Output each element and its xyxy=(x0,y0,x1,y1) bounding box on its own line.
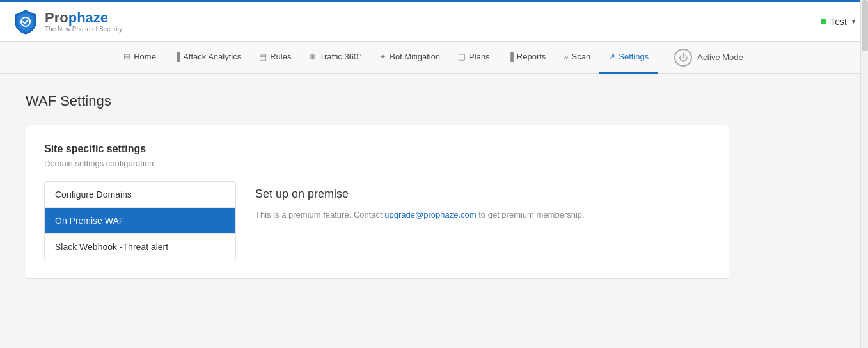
active-mode-button[interactable]: ⏻ Active Mode xyxy=(664,45,754,70)
logo-tagline: The New Phase of Security xyxy=(45,26,122,33)
plans-icon: ▢ xyxy=(458,52,466,61)
logo-area: Prophaze The New Phase of Security xyxy=(13,9,122,35)
nav-reports-label: Reports xyxy=(517,52,546,61)
nav-bot-mitigation-label: Bot Mitigation xyxy=(390,52,440,61)
nav-reports[interactable]: ▐ Reports xyxy=(499,42,555,74)
settings-icon: ↗ xyxy=(608,52,615,61)
nav-settings-label: Settings xyxy=(619,52,649,61)
menu-on-premise-waf[interactable]: On Premise WAF xyxy=(45,208,235,234)
nav-bar: ⊞ Home ▐ Attack Analytics ▤ Rules ⊕ Traf… xyxy=(0,42,868,74)
bot-mitigation-icon: ✦ xyxy=(379,52,386,61)
content-desc: This is a premium feature. Contact upgra… xyxy=(255,209,711,222)
nav-scan-label: Scan xyxy=(572,52,591,61)
logo-text: Prophaze The New Phase of Security xyxy=(45,10,122,33)
logo-pro: Pro xyxy=(45,10,68,26)
nav-traffic360-label: Traffic 360° xyxy=(319,52,361,61)
logo-icon xyxy=(13,9,38,35)
scrollbar-thumb[interactable] xyxy=(862,0,868,51)
nav-home-label: Home xyxy=(134,52,156,61)
user-name: Test xyxy=(830,17,847,27)
power-icon: ⏻ xyxy=(674,49,692,67)
rules-icon: ▤ xyxy=(259,52,267,61)
slack-webhook-label: Slack Webhook -Threat alert xyxy=(55,242,168,252)
nav-rules-label: Rules xyxy=(270,52,291,61)
nav-attack-analytics[interactable]: ▐ Attack Analytics xyxy=(165,42,250,74)
settings-card: Site specific settings Domain settings c… xyxy=(26,125,729,279)
attack-analytics-icon: ▐ xyxy=(174,52,180,61)
nav-attack-analytics-label: Attack Analytics xyxy=(183,52,241,61)
settings-content: Set up on premise This is a premium feat… xyxy=(255,181,711,260)
settings-layout: Configure Domains On Premise WAF Slack W… xyxy=(44,181,711,260)
nav-rules[interactable]: ▤ Rules xyxy=(250,42,300,74)
user-menu[interactable]: Test ▾ xyxy=(821,17,855,27)
nav-plans[interactable]: ▢ Plans xyxy=(449,42,499,74)
nav-traffic360[interactable]: ⊕ Traffic 360° xyxy=(300,42,370,74)
scrollbar[interactable] xyxy=(860,0,868,348)
reports-icon: ▐ xyxy=(508,52,514,61)
nav-home[interactable]: ⊞ Home xyxy=(114,42,165,74)
menu-slack-webhook[interactable]: Slack Webhook -Threat alert xyxy=(45,234,235,260)
configure-domains-label: Configure Domains xyxy=(55,189,132,200)
active-mode-label: Active Mode xyxy=(697,52,743,62)
logo-phaze: phaze xyxy=(68,10,108,26)
nav-settings[interactable]: ↗ Settings xyxy=(599,42,658,74)
section-desc: Domain settings configuration. xyxy=(44,159,711,168)
main-content: WAF Settings Site specific settings Doma… xyxy=(0,74,868,298)
nav-scan[interactable]: » Scan xyxy=(555,42,599,74)
page-title: WAF Settings xyxy=(26,93,842,109)
nav-bot-mitigation[interactable]: ✦ Bot Mitigation xyxy=(370,42,449,74)
content-title: Set up on premise xyxy=(255,187,711,201)
home-icon: ⊞ xyxy=(123,52,130,61)
section-title: Site specific settings xyxy=(44,143,711,155)
nav-plans-label: Plans xyxy=(469,52,490,61)
chevron-down-icon: ▾ xyxy=(852,18,855,25)
settings-menu: Configure Domains On Premise WAF Slack W… xyxy=(44,181,236,260)
upgrade-email-link[interactable]: upgrade@prophaze.com xyxy=(384,210,476,219)
top-bar: Prophaze The New Phase of Security Test … xyxy=(0,0,868,42)
traffic-icon: ⊕ xyxy=(309,52,316,61)
user-status-dot xyxy=(821,19,826,24)
on-premise-waf-label: On Premise WAF xyxy=(55,216,124,226)
scan-icon: » xyxy=(564,52,568,61)
menu-configure-domains[interactable]: Configure Domains xyxy=(45,182,235,208)
